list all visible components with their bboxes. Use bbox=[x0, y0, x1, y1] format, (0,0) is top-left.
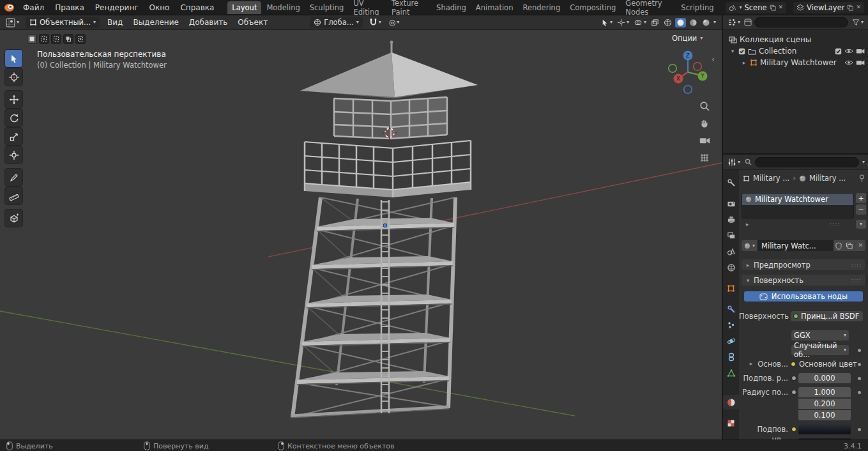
shading-material-button[interactable] bbox=[688, 18, 699, 27]
animate-dot[interactable] bbox=[858, 377, 861, 380]
breadcrumb-material[interactable]: Military ... bbox=[809, 174, 846, 183]
editor-type-button[interactable]: ▾ bbox=[4, 17, 20, 28]
tab-tool[interactable] bbox=[723, 175, 739, 190]
workspace-tab-compositing[interactable]: Compositing bbox=[565, 1, 620, 14]
new-scene-icon[interactable] bbox=[770, 4, 776, 11]
tool-annotate[interactable] bbox=[5, 169, 22, 186]
navigation-gizmo[interactable]: Z X Y bbox=[662, 48, 715, 102]
drag-grip[interactable]: :::: bbox=[851, 262, 862, 268]
tab-scene[interactable] bbox=[723, 244, 739, 259]
tab-constraints[interactable] bbox=[723, 349, 739, 364]
collection-checkbox[interactable] bbox=[738, 48, 745, 55]
expand-icon[interactable]: ▾ bbox=[729, 48, 736, 54]
tool-scale[interactable] bbox=[5, 128, 22, 145]
disable-render-camera-icon[interactable] bbox=[856, 59, 865, 66]
outliner-editor-type-button[interactable]: ▾ bbox=[726, 17, 742, 27]
tab-object[interactable] bbox=[723, 281, 739, 296]
shading-options-chevron[interactable]: ▾ bbox=[713, 20, 716, 25]
menu-edit[interactable]: Правка bbox=[50, 2, 89, 13]
tool-cursor[interactable] bbox=[5, 68, 22, 86]
radius-x-field[interactable]: 1.000 bbox=[798, 387, 851, 397]
expand-icon[interactable]: ▸ bbox=[741, 59, 747, 66]
slot-specials-button[interactable]: ▾ bbox=[856, 220, 866, 229]
browse-material-button[interactable]: ▾ bbox=[742, 240, 758, 251]
show-gizmo-toggle[interactable]: ▾ bbox=[616, 18, 630, 27]
drag-grip[interactable]: :::: bbox=[830, 221, 840, 227]
viewport-options-dropdown[interactable]: Опции ▾ bbox=[672, 34, 703, 43]
remove-viewlayer-icon[interactable]: ✕ bbox=[856, 4, 861, 10]
menu-object[interactable]: Объект bbox=[235, 17, 270, 28]
tool-add-cube[interactable] bbox=[5, 210, 22, 227]
add-slot-button[interactable]: + bbox=[856, 193, 866, 203]
workspace-tab-layout[interactable]: Layout bbox=[227, 1, 261, 14]
outliner-row-object[interactable]: ▸ Military Watchtower bbox=[723, 57, 868, 68]
unlink-material-button[interactable]: ✕ bbox=[855, 240, 865, 251]
disable-render-camera-icon[interactable] bbox=[856, 48, 865, 54]
tab-render[interactable] bbox=[723, 196, 739, 211]
select-mode-new-button[interactable] bbox=[27, 34, 37, 44]
toggle-ortho-button[interactable] bbox=[697, 151, 712, 165]
hide-eye-icon[interactable] bbox=[844, 59, 853, 66]
selectability-dropdown[interactable]: ▾ bbox=[599, 18, 614, 27]
tool-rotate[interactable] bbox=[5, 109, 22, 126]
sidebar-collapse-arrow[interactable]: ‹ bbox=[712, 54, 715, 64]
select-mode-extend-button[interactable] bbox=[39, 34, 49, 44]
pin-icon[interactable] bbox=[858, 174, 865, 183]
properties-editor-type-button[interactable]: ▾ bbox=[726, 157, 742, 167]
base-color-row[interactable]: Основной цвет bbox=[791, 359, 857, 369]
tab-particles[interactable] bbox=[723, 317, 739, 332]
xray-toggle[interactable] bbox=[650, 18, 660, 27]
workspace-tab-shading[interactable]: Shading bbox=[432, 1, 471, 14]
tool-transform[interactable] bbox=[5, 146, 22, 164]
shading-wireframe-button[interactable] bbox=[662, 18, 673, 27]
tab-output[interactable] bbox=[723, 212, 739, 227]
camera-view-button[interactable] bbox=[697, 134, 712, 148]
tab-texture[interactable] bbox=[723, 416, 739, 431]
material-name-field[interactable]: Military Watc... bbox=[758, 240, 834, 251]
radius-z-field[interactable]: 0.100 bbox=[798, 410, 851, 420]
material-slot-row[interactable]: Military Watchtower bbox=[742, 194, 853, 205]
panel-preview[interactable]: ▸ Предпросмотр :::: bbox=[742, 259, 865, 270]
proportional-editing-toggle[interactable]: ◎ ▾ bbox=[388, 17, 401, 27]
blender-logo-icon[interactable] bbox=[4, 3, 15, 12]
animate-dot[interactable] bbox=[858, 391, 861, 394]
tab-view-layer[interactable] bbox=[723, 228, 739, 243]
tab-material[interactable] bbox=[723, 395, 739, 409]
subsurface-value-field[interactable]: 0.000 bbox=[798, 373, 851, 383]
workspace-tab-animation[interactable]: Animation bbox=[471, 1, 518, 14]
viewlayer-selector[interactable]: ViewLayer ✕ bbox=[793, 2, 864, 13]
menu-help[interactable]: Справка bbox=[175, 2, 219, 13]
mode-dropdown[interactable]: Объектный... ▾ bbox=[26, 17, 100, 28]
workspace-tab-scripting[interactable]: Scripting bbox=[676, 1, 718, 14]
tab-physics[interactable] bbox=[723, 333, 739, 348]
tab-world[interactable] bbox=[723, 260, 739, 275]
tool-select-box[interactable] bbox=[5, 50, 22, 67]
outliner-row-collection[interactable]: ▾ Collection bbox=[723, 45, 868, 57]
use-nodes-button[interactable]: Использовать ноды bbox=[744, 291, 863, 302]
distribution-dropdown[interactable]: GGX ▾ bbox=[791, 330, 849, 340]
viewport-3d[interactable]: Опции ▾ Пользовательская перспектива (0)… bbox=[0, 30, 722, 440]
show-overlays-toggle[interactable]: ▾ bbox=[632, 18, 648, 27]
add-viewlayer-icon[interactable] bbox=[847, 4, 853, 11]
copy-material-button[interactable] bbox=[844, 240, 855, 251]
drag-grip[interactable]: :::: bbox=[851, 277, 862, 284]
menu-window[interactable]: Окно bbox=[144, 2, 175, 13]
select-mode-intersect-button[interactable] bbox=[75, 34, 86, 44]
outliner-search-input[interactable] bbox=[754, 17, 848, 27]
select-mode-subtract-button[interactable] bbox=[51, 34, 61, 44]
workspace-tab-rendering[interactable]: Rendering bbox=[518, 1, 565, 14]
subsurface-method-dropdown[interactable]: Случайный об... ▾ bbox=[791, 345, 849, 355]
chevron-down-icon[interactable]: ▾ bbox=[862, 160, 865, 165]
scene-selector[interactable]: ▾ Scene ✕ bbox=[726, 2, 786, 13]
select-mode-invert-button[interactable] bbox=[63, 34, 73, 44]
shading-solid-button[interactable] bbox=[675, 18, 686, 27]
tab-modifiers[interactable] bbox=[723, 302, 739, 316]
tool-measure[interactable] bbox=[5, 187, 22, 204]
surface-shader-field[interactable]: Принц...й BSDF bbox=[791, 311, 863, 321]
outliner-display-mode-icon[interactable] bbox=[744, 19, 752, 26]
pan-button[interactable] bbox=[697, 116, 712, 130]
menu-view[interactable]: Вид bbox=[105, 17, 125, 28]
snap-toggle[interactable]: ▾ bbox=[368, 17, 383, 27]
animate-dot[interactable] bbox=[858, 428, 861, 431]
subsurface-color-swatch[interactable] bbox=[798, 424, 851, 434]
